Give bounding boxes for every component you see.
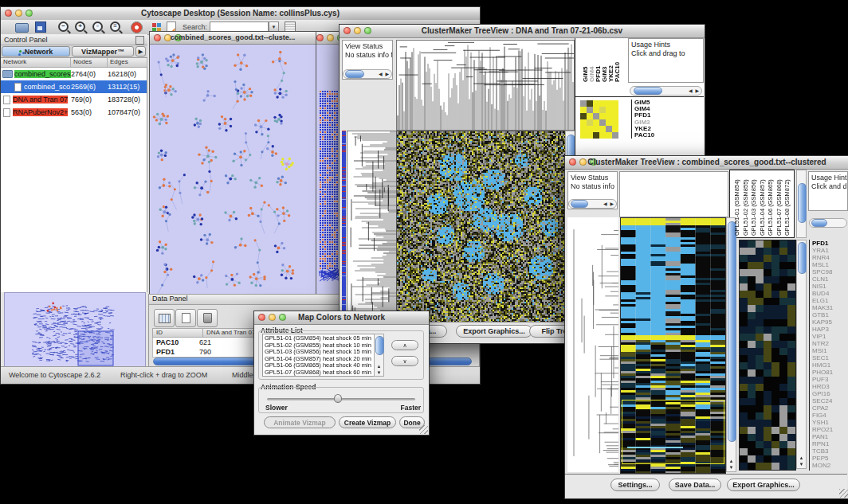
zoom-out-icon[interactable]: − — [58, 21, 69, 32]
zoomed-heatmap-canvas[interactable] — [739, 240, 796, 471]
tab-network[interactable]: Network — [2, 46, 70, 57]
gene-label: NTR2 — [812, 340, 848, 347]
attribute-list-item[interactable]: GPL51-01 (GSM854) heat shock 05 min — [265, 335, 381, 342]
attribute-list[interactable]: GPL51-01 (GSM854) heat shock 05 minGPL51… — [262, 334, 383, 377]
float-panel-icon[interactable] — [135, 36, 144, 45]
save-data----button[interactable]: Save Data... — [669, 479, 721, 491]
mini-heatmap-cell — [606, 126, 612, 132]
mini-heatmap-cell — [580, 119, 587, 126]
attribute-list-item[interactable]: GPL51-06 (GSM865) heat shock 40 min — [265, 362, 381, 369]
settings----button[interactable]: Settings... — [610, 479, 660, 491]
dna-row-label: PAC10 — [634, 132, 705, 139]
mini-heatmap-cell — [593, 100, 599, 107]
row-color-strip — [342, 131, 346, 322]
network-list-row[interactable]: combined_scores2764(0)16218(0) — [1, 68, 147, 80]
status-hint-zoom: Right-click + drag to ZOOM — [120, 371, 207, 379]
network-list: combined_scores2764(0)16218(0)combined_s… — [1, 68, 147, 292]
new-attribute-icon[interactable] — [175, 309, 196, 327]
summary-hscrollbar[interactable]: ◀ ▶ — [630, 86, 702, 96]
labels-vscrollbar[interactable] — [796, 170, 807, 238]
heatmap-vscrollbar[interactable]: ▲▼ — [726, 217, 736, 472]
main-window-title: Cytoscape Desktop (Session Name: collins… — [17, 9, 464, 18]
treeview-combined-window: ClusterMaker TreeView : combined_scores_… — [564, 155, 848, 499]
gene-label: YSH1 — [812, 419, 848, 426]
treeview-combined-title: ClusterMaker TreeView : combined_scores_… — [581, 158, 833, 166]
tab-overflow-arrow[interactable]: ▶ — [135, 46, 146, 57]
mini-heatmap-cell — [606, 107, 612, 113]
main-titlebar[interactable]: Cytoscape Desktop (Session Name: collins… — [1, 7, 480, 21]
mini-heatmap-cell — [593, 113, 599, 119]
network-overview-minimap[interactable] — [4, 292, 146, 367]
mini-heatmap-cell — [612, 119, 618, 126]
select-attributes-icon[interactable] — [154, 309, 175, 327]
export-graphics----button[interactable]: Export Graphics... — [456, 325, 532, 338]
mini-heatmap[interactable] — [580, 100, 618, 139]
usage-hscrollbar[interactable] — [809, 218, 847, 228]
close-button[interactable] — [258, 314, 265, 321]
zoom-fit-icon[interactable]: ▫ — [92, 21, 103, 32]
attribute-list-item[interactable]: GPL51-03 (GSM856) heat shock 15 min — [265, 349, 381, 356]
mini-heatmap-cell — [593, 107, 599, 113]
speed-slider-thumb[interactable] — [334, 394, 342, 403]
mini-heatmap-cell — [599, 132, 606, 139]
combined-column-label: GPL51-01 (GSM854) — [734, 179, 740, 236]
zoom-vscrollbar[interactable]: ▲▼ — [796, 240, 807, 469]
gene-label: SEC1 — [812, 354, 848, 361]
gene-label: SEC24 — [812, 397, 848, 404]
help-icon[interactable] — [131, 21, 143, 33]
status-welcome: Welcome to Cytoscape 2.6.2 — [9, 371, 100, 379]
attribute-list-item[interactable]: GPL51-07 (GSM868) heat shock 60 min — [265, 369, 381, 377]
resize-grip[interactable] — [839, 489, 848, 498]
network-view-canvas[interactable] — [150, 45, 314, 294]
attribute-list-scrollbar[interactable]: ▲▼ — [374, 334, 384, 377]
view-status-scrollbar[interactable]: ◀ ▶ — [568, 199, 617, 209]
dialog-titlebar[interactable]: Map Colors to Network — [254, 311, 429, 325]
column-dendrogram-area[interactable] — [619, 171, 728, 217]
mini-heatmap-cell — [612, 100, 618, 107]
treeview-dna-titlebar[interactable]: ClusterMaker TreeView : DNA and Tran 07-… — [340, 25, 705, 38]
zoom-in-icon[interactable]: + — [75, 21, 85, 32]
close-button[interactable] — [154, 34, 161, 41]
treeview-combined-titlebar[interactable]: ClusterMaker TreeView : combined_scores_… — [565, 156, 848, 170]
move-up-button[interactable]: ∧ — [391, 340, 418, 350]
row-dendrogram-canvas[interactable] — [347, 131, 397, 323]
search-label: Search: — [183, 23, 207, 31]
zoom-selected-icon[interactable]: ≡ — [110, 21, 120, 32]
control-panel-tabs: Network VizMapper™ ▶ — [1, 45, 147, 58]
mini-heatmap-cell — [580, 126, 587, 132]
view-status-scrollbar[interactable]: ◀ ▶ — [343, 69, 392, 79]
done-button[interactable]: Done — [399, 416, 425, 428]
network-list-row[interactable]: RNAPuberNov2+563(0)107847(0) — [1, 106, 147, 119]
mini-heatmap-cell — [580, 132, 587, 139]
attribute-list-item[interactable]: GPL51-04 (GSM857) heat shock 20 min — [265, 356, 381, 363]
combined-column-label: GPL51-08 (GSM872) — [784, 179, 791, 236]
network-list-row[interactable]: DNA and Tran 07769(0)183728(0) — [1, 93, 147, 106]
tab-vizmapper[interactable]: VizMapper™ — [72, 46, 134, 57]
gene-label: TCB3 — [812, 447, 848, 455]
close-button[interactable] — [569, 158, 576, 166]
usage-hints-box: Usage Hints Click and drag to — [628, 38, 704, 83]
close-button[interactable] — [5, 10, 12, 17]
network-list-row[interactable]: combined_sco2569(6)13112(15) — [1, 80, 147, 93]
vizmapper-icon[interactable] — [151, 21, 158, 29]
network-icon — [19, 50, 22, 53]
heatmap-canvas[interactable] — [396, 131, 566, 323]
mini-heatmap-cell — [593, 132, 599, 139]
move-down-button[interactable]: ∨ — [391, 356, 418, 366]
mini-heatmap-cell — [593, 126, 599, 132]
export-graphics----button[interactable]: Export Graphics... — [727, 479, 800, 491]
column-dendrogram-canvas[interactable] — [396, 40, 575, 131]
close-button[interactable] — [344, 27, 351, 34]
create-vizmap-button[interactable]: Create Vizmap — [339, 416, 396, 428]
gene-label: MSL1 — [812, 261, 848, 268]
gene-label: NIS1 — [812, 283, 848, 290]
mini-heatmap-cell — [580, 100, 587, 107]
attribute-list-item[interactable]: GPL51-02 (GSM855) heat shock 10 min — [265, 342, 381, 350]
open-file-icon[interactable] — [15, 21, 29, 33]
row-dendrogram-canvas[interactable] — [567, 217, 618, 472]
gene-label: HMG1 — [812, 361, 848, 369]
heatmap-canvas[interactable] — [620, 217, 726, 474]
delete-attribute-icon[interactable] — [197, 309, 218, 327]
save-icon[interactable] — [35, 21, 46, 33]
gene-label: MAK31 — [812, 304, 848, 311]
